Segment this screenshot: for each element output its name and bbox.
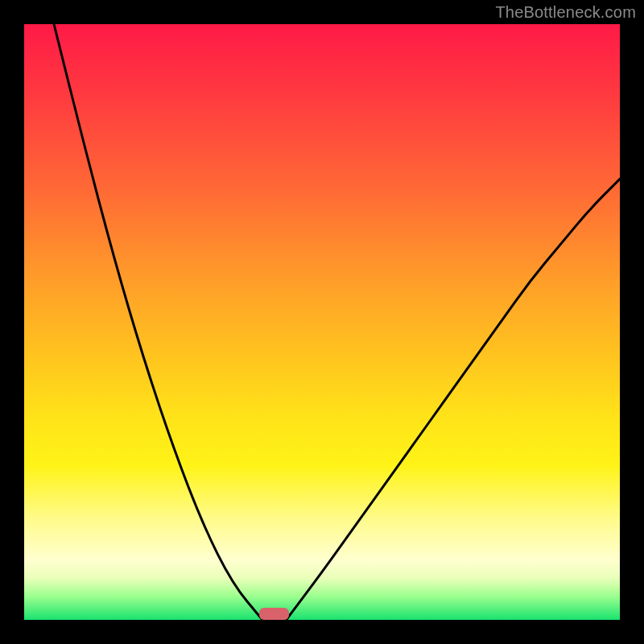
chart-frame: TheBottleneck.com: [0, 0, 644, 644]
bottleneck-curve: [24, 24, 620, 620]
plot-area: [24, 24, 620, 620]
curve-left-branch: [54, 24, 262, 620]
minimum-marker: [259, 608, 289, 620]
watermark-text: TheBottleneck.com: [495, 3, 636, 22]
curve-right-branch: [287, 179, 620, 620]
